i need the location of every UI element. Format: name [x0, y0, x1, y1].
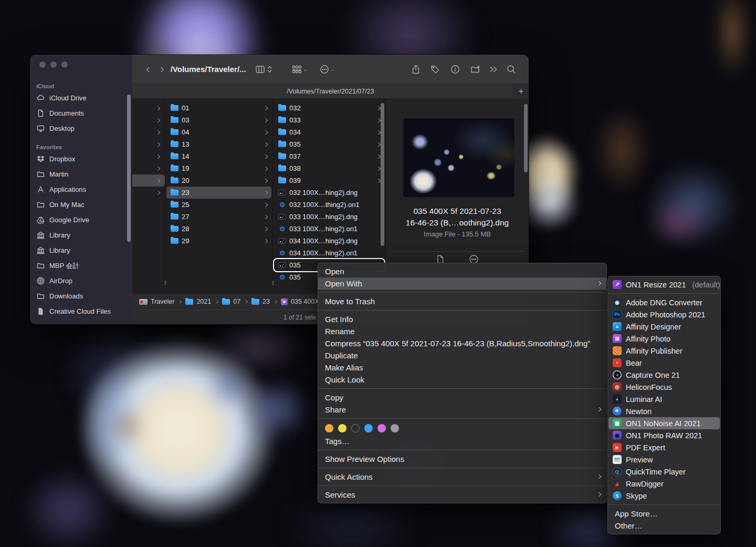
menu-item-compress[interactable]: Compress “035 400X 5f 2021-07-23 16-46-2…: [318, 337, 606, 349]
tag-blue[interactable]: [364, 424, 373, 432]
submenu-item-adobe-dng-converter[interactable]: Adobe DNG Converter: [608, 296, 720, 308]
submenu-item-bear[interactable]: Bear: [608, 357, 720, 369]
submenu-item-quicktime[interactable]: QuickTime Player: [608, 466, 720, 478]
menu-item-share[interactable]: Share: [318, 404, 606, 416]
info-button[interactable]: [450, 65, 460, 74]
folder-row[interactable]: 28: [166, 223, 271, 235]
submenu-item-skype[interactable]: Skype: [608, 490, 720, 502]
tag-purple[interactable]: [377, 424, 386, 432]
submenu-item-preview[interactable]: Preview: [608, 453, 720, 466]
zoom-button[interactable]: [61, 61, 68, 68]
search-button[interactable]: [507, 65, 516, 74]
tab-path[interactable]: /Volumes/Traveler/2021/07/23: [132, 88, 529, 95]
submenu-item-app-store[interactable]: App Store…: [608, 508, 720, 520]
submenu-item-other[interactable]: Other…: [608, 520, 720, 532]
folder-row[interactable]: 035: [274, 138, 384, 150]
folder-row[interactable]: 032: [274, 102, 384, 114]
menu-item-duplicate[interactable]: Duplicate: [318, 349, 606, 362]
file-row[interactable]: 033 100X…hing2).dng: [274, 211, 384, 223]
folder-row[interactable]: 01: [166, 102, 271, 114]
submenu-item-on1-resize[interactable]: ON1 Resize 2021(default): [608, 278, 720, 291]
group-button[interactable]: ⌄: [292, 65, 308, 74]
folder-row[interactable]: 037: [274, 150, 384, 162]
back-button[interactable]: ‹: [141, 64, 155, 75]
forward-button[interactable]: ›: [155, 64, 169, 75]
close-button[interactable]: [39, 61, 46, 68]
sidebar-item-martin[interactable]: Martin: [30, 167, 132, 182]
new-tab-button[interactable]: +: [513, 84, 529, 99]
parent-selected-row[interactable]: [132, 174, 165, 187]
tag-gray[interactable]: [391, 424, 399, 432]
share-button[interactable]: [412, 65, 420, 74]
menu-item-quick-look[interactable]: Quick Look: [318, 374, 606, 386]
file-row[interactable]: ⚙033 100X…hing2).on1: [274, 223, 384, 235]
sidebar-item-library-1[interactable]: Library: [30, 228, 132, 243]
folder-row[interactable]: 20: [166, 174, 271, 187]
sidebar-item-downloads[interactable]: Downloads: [30, 288, 132, 304]
submenu-item-luminar[interactable]: Luminar AI: [608, 393, 720, 405]
folder-row[interactable]: 04: [166, 126, 271, 138]
menu-item-services[interactable]: Services: [318, 489, 606, 501]
menu-item-show-preview-options[interactable]: Show Preview Options: [318, 453, 606, 465]
menu-item-open[interactable]: Open: [318, 265, 606, 277]
column-view-button[interactable]: [256, 65, 272, 74]
submenu-item-on1-photo-raw[interactable]: ON1 Photo RAW 2021: [608, 429, 720, 441]
menu-item-make-alias[interactable]: Make Alias: [318, 362, 606, 374]
submenu-item-affinity-publisher[interactable]: Affinity Publisher: [608, 345, 720, 357]
folder-row[interactable]: 14: [166, 150, 271, 162]
preview-thumbnail[interactable]: [403, 118, 514, 197]
folder-row[interactable]: 27: [166, 211, 271, 223]
folder-row[interactable]: 03: [166, 114, 271, 126]
menu-item-move-to-trash[interactable]: Move to Trash: [318, 295, 606, 307]
sidebar-scrollbar[interactable]: [127, 95, 131, 242]
submenu-item-photoshop[interactable]: Adobe Photoshop 2021: [608, 308, 720, 321]
file-row[interactable]: ⚙032 100X…thing2).on1: [274, 199, 384, 211]
sidebar-item-creative-cloud-files[interactable]: Creative Cloud Files: [30, 304, 132, 319]
overflow-button[interactable]: [489, 66, 498, 73]
menu-item-tags[interactable]: Tags…: [318, 435, 606, 447]
menu-item-quick-actions[interactable]: Quick Actions: [318, 471, 606, 483]
breadcrumb-07[interactable]: 07: [222, 298, 240, 305]
folder-row[interactable]: 033: [274, 114, 384, 126]
folder-row[interactable]: 038: [274, 162, 384, 174]
minimize-button[interactable]: [50, 61, 57, 68]
sidebar-item-google-drive[interactable]: Google Drive: [30, 212, 132, 228]
sidebar-item-on-my-mac[interactable]: On My Mac: [30, 197, 132, 212]
breadcrumb-23[interactable]: 23: [251, 298, 270, 305]
submenu-item-capture-one[interactable]: Capture One 21: [608, 369, 720, 381]
submenu-item-pdf-expert[interactable]: PDF Expert: [608, 441, 720, 453]
menu-item-rename[interactable]: Rename: [318, 325, 606, 337]
tag-none[interactable]: [351, 424, 360, 432]
folder-row[interactable]: 034: [274, 126, 384, 138]
folder-row[interactable]: 19: [166, 162, 271, 174]
folder-row[interactable]: 13: [166, 138, 271, 150]
tag-button[interactable]: [430, 65, 440, 74]
breadcrumb-2021[interactable]: 2021: [185, 298, 211, 305]
more-actions-button[interactable]: ⌄: [320, 65, 335, 74]
submenu-item-rawdigger[interactable]: RawDigger: [608, 478, 720, 490]
column-resize-handle[interactable]: ∥: [272, 280, 275, 285]
submenu-item-affinity-designer[interactable]: Affinity Designer: [608, 321, 720, 333]
tag-yellow[interactable]: [338, 424, 346, 432]
menu-item-get-info[interactable]: Get Info: [318, 313, 606, 325]
column-parent[interactable]: ∥: [132, 99, 165, 286]
column-resize-handle[interactable]: ∥: [164, 280, 167, 285]
sidebar-item-desktop[interactable]: Desktop: [30, 121, 132, 136]
sidebar-item-dropbox[interactable]: Dropbox: [30, 151, 132, 167]
tag-orange[interactable]: [325, 424, 333, 432]
folder-row-selected[interactable]: 23: [166, 187, 271, 199]
sidebar-item-library-2[interactable]: Library: [30, 243, 132, 258]
breadcrumb-traveler[interactable]: Traveler: [139, 298, 174, 305]
sidebar-item-documents[interactable]: Documents: [30, 106, 132, 121]
menu-item-copy[interactable]: Copy: [318, 391, 606, 404]
menu-item-open-with[interactable]: Open With: [318, 277, 606, 290]
folder-row[interactable]: 039: [274, 174, 384, 187]
files-scrollbar[interactable]: [381, 103, 384, 246]
file-row[interactable]: 032 100X…hing2).dng: [274, 187, 384, 199]
file-row[interactable]: 034 100X…hing2).dng: [274, 235, 384, 247]
new-folder-button[interactable]: [470, 65, 481, 74]
sidebar-item-icloud-drive[interactable]: iCloud Drive: [30, 90, 132, 106]
preview-scrollbar[interactable]: [524, 104, 528, 172]
submenu-item-helicon-focus[interactable]: HeliconFocus: [608, 381, 720, 393]
sidebar-item-applications[interactable]: Applications: [30, 182, 132, 197]
